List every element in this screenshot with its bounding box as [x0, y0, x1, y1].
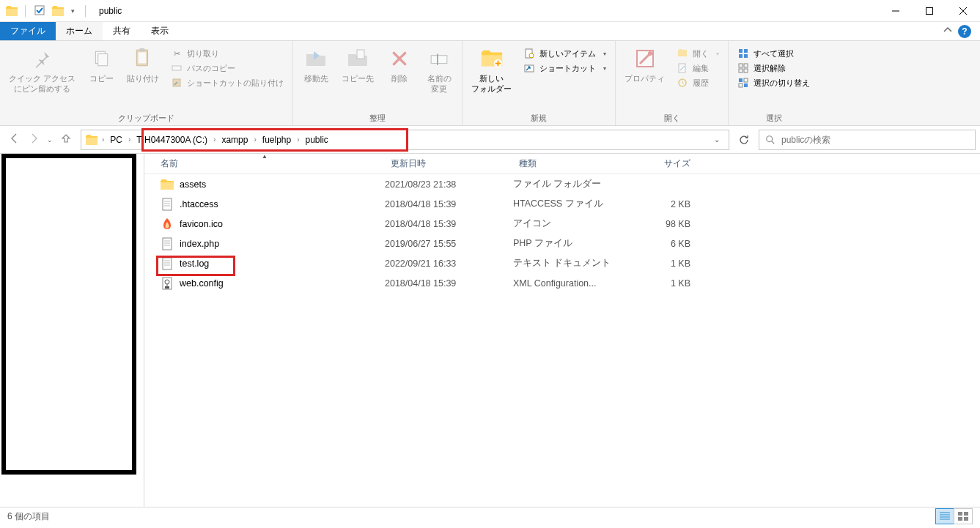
svg-rect-39: [163, 198, 172, 210]
copy-to-button[interactable]: コピー先: [337, 45, 378, 85]
invert-selection-button[interactable]: 選択の切り替え: [733, 76, 814, 89]
tab-file[interactable]: ファイル: [0, 22, 56, 40]
up-button[interactable]: [60, 133, 72, 146]
tab-view[interactable]: 表示: [141, 22, 179, 40]
table-row[interactable]: .htaccess2018/04/18 15:39HTACCESS ファイル2 …: [144, 194, 980, 214]
open-button[interactable]: 開く▾: [672, 47, 723, 60]
breadcrumb-drive[interactable]: TIH0447300A (C:): [132, 130, 212, 149]
edit-button[interactable]: 編集: [672, 62, 723, 75]
breadcrumb-public[interactable]: public: [301, 130, 333, 149]
cell-type: HTACCESS ファイル: [513, 198, 623, 210]
cut-button[interactable]: ✂切り取り: [166, 47, 288, 60]
collapse-ribbon-icon[interactable]: [943, 26, 952, 37]
table-row[interactable]: assets2021/08/23 21:38ファイル フォルダー: [144, 174, 980, 194]
paste-button[interactable]: 貼り付け: [122, 45, 163, 85]
qat-checkbox-icon[interactable]: [33, 4, 48, 18]
svg-rect-33: [739, 78, 743, 82]
rename-button[interactable]: 名前の 変更: [421, 45, 457, 96]
window-controls: [879, 0, 980, 22]
new-item-button[interactable]: 新しいアイテム▾: [519, 47, 611, 60]
select-all-button[interactable]: すべて選択: [733, 47, 814, 60]
address-bar[interactable]: › PC › TIH0447300A (C:) › xampp › fuelph…: [81, 130, 729, 150]
chevron-right-icon[interactable]: ›: [254, 135, 256, 144]
properties-button[interactable]: プロパティ: [620, 45, 669, 85]
history-icon: [677, 77, 688, 89]
close-button[interactable]: [946, 0, 980, 22]
minimize-button[interactable]: [879, 0, 913, 22]
cell-type: XML Configuration...: [513, 278, 623, 289]
search-box[interactable]: [759, 130, 976, 150]
breadcrumb-fuelphp[interactable]: fuelphp: [258, 130, 295, 149]
cell-type: ファイル フォルダー: [513, 178, 623, 190]
search-input[interactable]: [781, 135, 969, 145]
file-name: index.php: [180, 239, 219, 249]
rename-icon: [427, 47, 451, 70]
recent-dropdown-icon[interactable]: ⌄: [47, 136, 53, 144]
column-header-type[interactable]: 種類: [513, 154, 623, 174]
breadcrumb-pc[interactable]: PC: [106, 130, 127, 149]
navigation-pane[interactable]: [0, 154, 144, 507]
file-list[interactable]: ▲名前 更新日時 種類 サイズ assets2021/08/23 21:38ファ…: [144, 154, 980, 507]
svg-rect-31: [739, 69, 743, 72]
view-thumbnails-button[interactable]: [954, 508, 973, 524]
new-folder-button[interactable]: 新しい フォルダー: [467, 45, 516, 96]
delete-button[interactable]: 削除: [381, 45, 418, 85]
cell-size: 2 KB: [623, 199, 696, 209]
forward-button[interactable]: [28, 133, 40, 146]
move-to-button[interactable]: 移動先: [298, 45, 334, 85]
history-button[interactable]: 履歴: [672, 76, 723, 89]
back-button[interactable]: [9, 133, 21, 146]
paste-shortcut-button[interactable]: ショートカットの貼り付け: [166, 76, 288, 89]
chevron-right-icon[interactable]: ›: [128, 135, 130, 144]
help-icon[interactable]: ?: [958, 25, 971, 38]
xml-icon: [161, 277, 174, 290]
copy-button[interactable]: コピー: [83, 45, 119, 85]
new-shortcut-button[interactable]: ショートカット▾: [519, 62, 611, 75]
group-label-organize: 整理: [298, 113, 457, 125]
chevron-right-icon[interactable]: ›: [213, 135, 215, 144]
new-item-icon: [523, 48, 535, 59]
table-row[interactable]: index.php2019/06/27 15:55PHP ファイル6 KB: [144, 234, 980, 253]
cell-type: テキスト ドキュメント: [513, 257, 623, 269]
invert-icon: [737, 77, 749, 89]
pin-to-quickaccess-button[interactable]: クイック アクセス にピン留めする: [4, 45, 80, 96]
tab-share[interactable]: 共有: [103, 22, 141, 40]
svg-rect-54: [165, 286, 169, 289]
svg-rect-29: [739, 64, 743, 67]
svg-rect-26: [744, 49, 748, 53]
breadcrumb-xampp[interactable]: xampp: [217, 130, 252, 149]
search-icon: [765, 135, 775, 145]
table-row[interactable]: web.config2018/04/18 15:39XML Configurat…: [144, 273, 980, 293]
table-row[interactable]: test.log2022/09/21 16:33テキスト ドキュメント1 KB: [144, 253, 980, 273]
qat-dropdown-icon[interactable]: ▾: [68, 7, 78, 15]
table-row[interactable]: favicon.ico2018/04/18 15:39アイコン98 KB: [144, 214, 980, 234]
column-header-name[interactable]: ▲名前: [144, 154, 385, 174]
view-details-button[interactable]: [935, 508, 954, 524]
file-icon: [161, 237, 174, 250]
tab-home[interactable]: ホーム: [56, 22, 103, 40]
ribbon-group-open: プロパティ 開く▾ 編集 履歴 開く: [616, 41, 729, 125]
ribbon-group-new: 新しい フォルダー 新しいアイテム▾ ショートカット▾ 新規: [463, 41, 616, 125]
svg-rect-15: [431, 56, 447, 64]
chevron-right-icon[interactable]: ›: [102, 135, 104, 144]
maximize-button[interactable]: [913, 0, 946, 22]
svg-rect-6: [98, 54, 108, 66]
nav-arrows: ⌄: [4, 133, 76, 146]
address-dropdown-icon[interactable]: ⌄: [714, 135, 720, 144]
svg-point-22: [648, 51, 652, 56]
column-header-size[interactable]: サイズ: [623, 154, 696, 174]
svg-rect-47: [163, 258, 172, 269]
file-name: test.log: [180, 259, 209, 269]
ribbon-tabs: ファイル ホーム 共有 表示 ?: [0, 22, 980, 41]
cell-date: 2018/04/18 15:39: [385, 278, 513, 289]
ribbon-group-organize: 移動先 コピー先 削除 名前の 変更 整理: [293, 41, 463, 125]
select-all-icon: [737, 48, 749, 59]
open-icon: [677, 48, 688, 59]
svg-rect-8: [140, 48, 145, 51]
column-header-date[interactable]: 更新日時: [385, 154, 513, 174]
chevron-right-icon[interactable]: ›: [297, 135, 299, 144]
svg-rect-32: [744, 69, 748, 72]
copy-path-button[interactable]: パスのコピー: [166, 62, 288, 75]
refresh-button[interactable]: [734, 130, 754, 150]
select-none-button[interactable]: 選択解除: [733, 62, 814, 75]
